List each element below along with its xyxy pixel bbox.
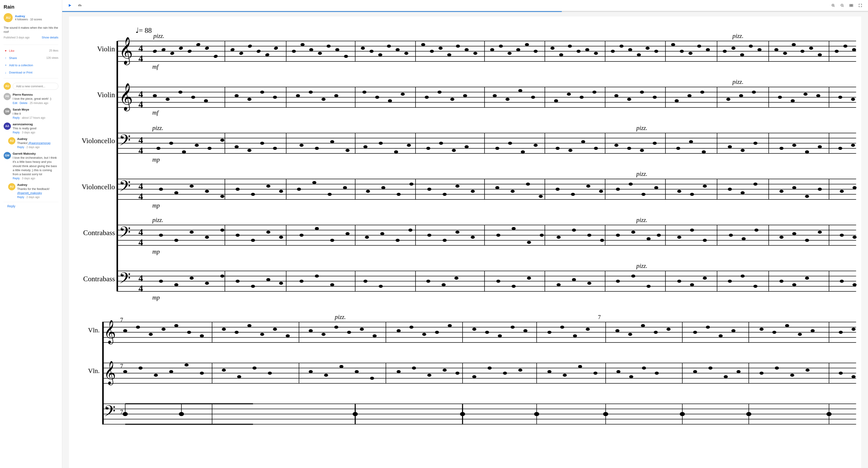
svg-line-10 xyxy=(834,6,835,7)
author-name-link[interactable]: Audrey xyxy=(15,14,25,18)
svg-point-193 xyxy=(169,142,173,145)
svg-point-559 xyxy=(693,370,697,373)
svg-point-359 xyxy=(557,236,561,239)
svg-point-508 xyxy=(811,329,815,332)
svg-point-544 xyxy=(472,375,476,378)
svg-point-483 xyxy=(498,334,502,338)
svg-point-551 xyxy=(578,365,582,368)
svg-point-66 xyxy=(456,44,460,48)
svg-point-500 xyxy=(706,325,710,329)
collection-icon: ＋ xyxy=(4,63,8,67)
mention-link[interactable]: @aaronzamorag xyxy=(28,141,51,145)
svg-point-482 xyxy=(485,331,489,334)
delete-link[interactable]: Delete xyxy=(20,101,28,105)
zoom-out-button[interactable] xyxy=(838,1,846,9)
reply-link[interactable]: Reply xyxy=(13,131,20,134)
svg-point-82 xyxy=(594,52,598,55)
svg-point-456 xyxy=(161,327,165,331)
svg-point-496 xyxy=(654,331,658,334)
commenter-avatar: SM xyxy=(4,108,11,115)
svg-point-98 xyxy=(732,46,736,50)
svg-text:4: 4 xyxy=(138,237,143,247)
svg-text:Vln.: Vln. xyxy=(88,367,99,374)
svg-point-375 xyxy=(742,237,746,240)
svg-point-367 xyxy=(657,234,661,237)
svg-point-552 xyxy=(593,372,597,375)
svg-point-530 xyxy=(268,372,272,375)
svg-point-569 xyxy=(839,372,843,375)
svg-point-524 xyxy=(185,364,189,367)
svg-point-109 xyxy=(818,53,822,57)
svg-point-264 xyxy=(205,190,209,193)
svg-point-405 xyxy=(279,282,283,285)
edit-link[interactable]: Edit xyxy=(13,101,18,105)
svg-point-163 xyxy=(653,96,657,99)
svg-point-224 xyxy=(556,147,560,150)
svg-point-337 xyxy=(279,236,283,239)
svg-text:Vln.: Vln. xyxy=(88,326,99,334)
svg-point-235 xyxy=(676,147,680,150)
svg-point-424 xyxy=(587,282,591,285)
view-toggle-button[interactable] xyxy=(847,1,855,9)
svg-point-476 xyxy=(409,325,413,329)
svg-point-487 xyxy=(547,331,551,334)
svg-text:4: 4 xyxy=(138,145,143,156)
svg-point-453 xyxy=(123,329,127,332)
svg-point-477 xyxy=(422,333,426,336)
fullscreen-button[interactable] xyxy=(856,1,864,9)
fullscreen-icon xyxy=(859,4,862,7)
svg-text:pizz.: pizz. xyxy=(732,79,743,85)
svg-point-409 xyxy=(330,283,334,286)
svg-point-104 xyxy=(774,48,778,51)
reply-link[interactable]: Reply xyxy=(17,146,24,149)
svg-point-402 xyxy=(236,280,240,283)
svg-point-151 xyxy=(505,98,509,101)
svg-point-404 xyxy=(266,278,270,281)
svg-point-339 xyxy=(300,234,304,237)
svg-point-239 xyxy=(728,145,732,149)
share-action[interactable]: ↑ Share 126 views xyxy=(4,54,58,62)
commenter-avatar: AU xyxy=(8,183,16,190)
svg-text:𝄢: 𝄢 xyxy=(119,178,131,198)
svg-point-542 xyxy=(456,372,460,375)
reply-link[interactable]: Reply xyxy=(13,116,20,119)
svg-point-454 xyxy=(136,325,140,329)
svg-point-81 xyxy=(585,48,589,51)
reply-button[interactable]: Reply xyxy=(4,202,58,210)
svg-point-88 xyxy=(646,46,650,50)
svg-point-156 xyxy=(567,93,571,96)
commenter-avatar: PR xyxy=(4,93,11,100)
svg-rect-4 xyxy=(78,5,79,6)
play-button[interactable] xyxy=(66,1,74,9)
svg-point-170 xyxy=(739,94,743,97)
comment-actions: Edit · Delete · 25 minutes ago xyxy=(13,101,58,105)
svg-point-525 xyxy=(200,372,204,375)
reply-link[interactable]: Reply xyxy=(17,195,24,199)
svg-point-345 xyxy=(380,232,384,236)
show-details-link[interactable]: Show details xyxy=(41,36,58,39)
svg-point-442 xyxy=(840,280,844,283)
svg-point-523 xyxy=(169,370,173,373)
svg-point-489 xyxy=(573,334,577,338)
reply-link[interactable]: Reply xyxy=(13,177,20,180)
comment-author: Audrey xyxy=(17,183,58,187)
svg-point-216 xyxy=(452,149,456,152)
like-action[interactable]: ♥ Like 25 likes xyxy=(4,47,58,54)
download-action[interactable]: ↓ Download or Print xyxy=(4,69,58,76)
author-details: Audrey 4 followers · 10 scores xyxy=(15,14,42,21)
svg-point-330 xyxy=(189,230,194,234)
svg-point-469 xyxy=(321,333,326,336)
svg-text:Contrabass: Contrabass xyxy=(83,275,115,283)
svg-point-212 xyxy=(407,144,411,147)
mixer-button[interactable] xyxy=(76,1,84,9)
svg-point-248 xyxy=(838,147,842,150)
svg-text:𝄢: 𝄢 xyxy=(119,224,131,244)
svg-text:𝄞: 𝄞 xyxy=(104,320,116,345)
mention-link[interactable]: @garrett_makosky xyxy=(17,191,42,195)
comment-input[interactable] xyxy=(13,83,58,90)
svg-point-169 xyxy=(726,98,730,101)
svg-text:pizz.: pizz. xyxy=(636,170,648,177)
svg-point-64 xyxy=(438,46,443,50)
zoom-in-button[interactable] xyxy=(829,1,837,9)
collection-action[interactable]: ＋ Add to a collection xyxy=(4,62,58,69)
